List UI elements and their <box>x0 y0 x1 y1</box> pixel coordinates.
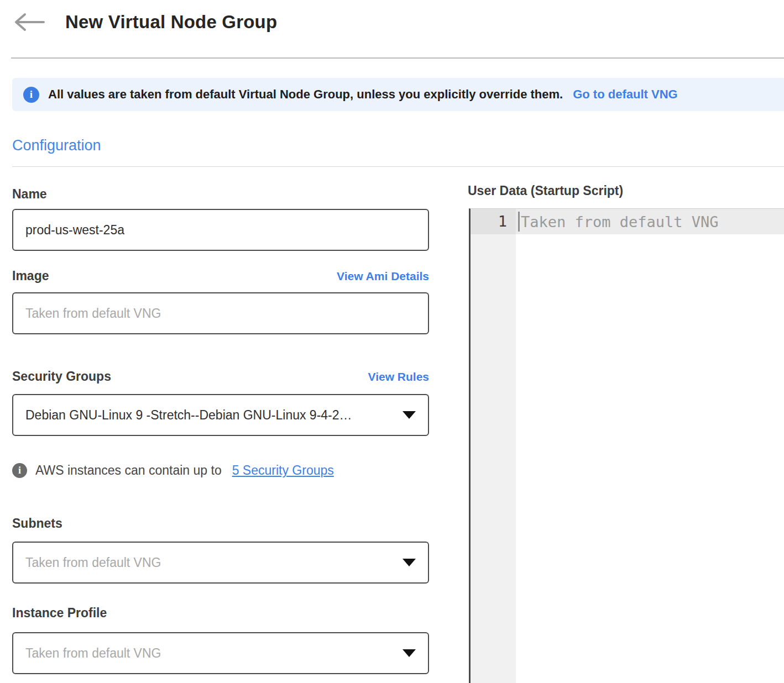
text-cursor <box>518 212 520 232</box>
instance-profile-placeholder: Taken from default VNG <box>25 646 161 661</box>
security-groups-select[interactable]: Debian GNU-Linux 9 -Stretch--Debian GNU-… <box>12 394 429 436</box>
security-groups-label: Security Groups <box>12 369 111 384</box>
section-divider <box>12 166 784 167</box>
user-data-label: User Data (Startup Script) <box>468 183 623 198</box>
banner-text: All values are taken from default Virtua… <box>48 87 563 102</box>
chevron-down-icon <box>403 411 416 419</box>
line-number: 1 <box>471 209 516 234</box>
go-to-default-vng-link[interactable]: Go to default VNG <box>573 87 677 102</box>
subnets-label: Subnets <box>12 516 62 531</box>
chevron-down-icon <box>403 559 416 566</box>
view-ami-details-link[interactable]: View Ami Details <box>337 270 429 283</box>
editor-placeholder-text: Taken from default VNG <box>521 213 719 230</box>
back-arrow-icon[interactable] <box>13 11 45 33</box>
image-field-group: Image View Ami Details <box>12 269 429 334</box>
instance-profile-field-group: Instance Profile Taken from default VNG <box>12 606 429 674</box>
new-vng-page: New Virtual Node Group i All values are … <box>0 0 784 683</box>
name-label: Name <box>12 187 47 202</box>
subnets-select[interactable]: Taken from default VNG <box>12 542 429 584</box>
name-input[interactable] <box>12 209 429 251</box>
view-rules-link[interactable]: View Rules <box>368 370 430 383</box>
info-icon: i <box>12 463 27 478</box>
section-title-configuration: Configuration <box>12 137 101 154</box>
image-input[interactable] <box>12 292 429 334</box>
five-security-groups-link[interactable]: 5 Security Groups <box>232 463 334 478</box>
editor-line-number-gutter: 1 <box>471 209 516 683</box>
info-icon: i <box>23 87 39 103</box>
name-field-group: Name <box>12 187 429 251</box>
security-groups-field-group: Security Groups View Rules Debian GNU-Li… <box>12 369 429 436</box>
instance-profile-label: Instance Profile <box>12 606 107 621</box>
editor-code-area[interactable]: Taken from default VNG <box>516 209 784 683</box>
editor-active-line: Taken from default VNG <box>516 209 784 234</box>
page-title: New Virtual Node Group <box>65 12 277 33</box>
page-header: New Virtual Node Group <box>13 11 277 33</box>
security-note-text: AWS instances can contain up to <box>35 463 222 478</box>
image-label: Image <box>12 269 49 283</box>
chevron-down-icon <box>403 649 416 657</box>
subnets-placeholder: Taken from default VNG <box>25 555 161 570</box>
user-data-editor[interactable]: 1 Taken from default VNG <box>469 208 784 683</box>
security-groups-selected-value: Debian GNU-Linux 9 -Stretch--Debian GNU-… <box>25 408 352 423</box>
instance-profile-select[interactable]: Taken from default VNG <box>12 632 429 674</box>
subnets-field-group: Subnets Taken from default VNG <box>12 516 429 584</box>
info-banner: i All values are taken from default Virt… <box>12 78 784 111</box>
security-groups-note: i AWS instances can contain up to 5 Secu… <box>12 463 334 478</box>
header-divider <box>11 57 784 59</box>
